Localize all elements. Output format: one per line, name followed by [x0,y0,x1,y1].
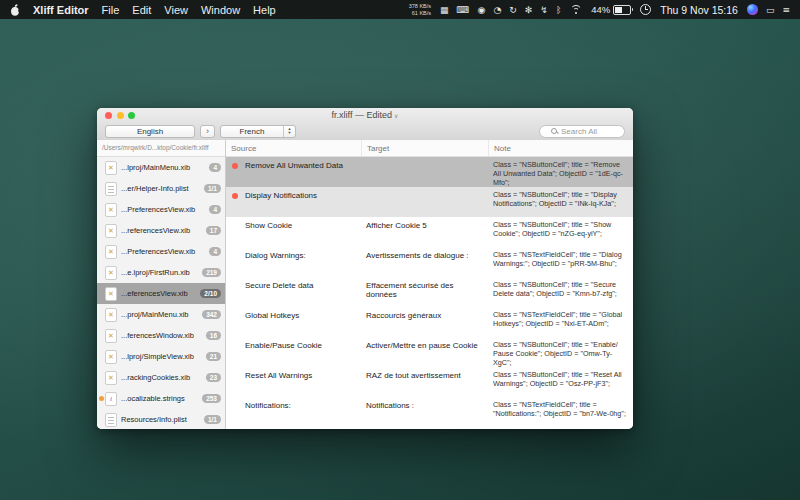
timer-icon[interactable]: ◔ [493,5,501,15]
network-speed-indicator[interactable]: 378 KB/s 61 KB/s [409,3,431,16]
settings-icon[interactable]: ✻ [525,5,533,15]
file-count-badge: 2/10 [200,289,221,298]
zoom-button[interactable] [128,112,135,119]
file-list-item[interactable]: ✕...PreferencesView.xib4 [97,199,225,220]
user-icon[interactable]: ◉ [478,5,486,15]
menu-help[interactable]: Help [253,4,276,16]
file-count-badge: 16 [206,331,221,340]
xib-file-icon: ✕ [105,266,117,280]
wifi-icon[interactable] [570,5,582,14]
untranslated-dot-icon [232,193,238,199]
table-row[interactable]: Notifications:Notifications :Class = "NS… [226,397,633,427]
file-name: Resources/Info.plist [121,415,200,424]
target-cell[interactable]: Notifications : [361,397,488,410]
search-field[interactable] [539,125,625,138]
file-list-item[interactable]: ✕...lproj/MainMenu.xib4 [97,157,225,178]
table-row[interactable]: Global HotkeysRaccourcis générauxClass =… [226,307,633,337]
table-row[interactable]: Reset All WarningsRAZ de tout avertissem… [226,367,633,397]
file-list-item[interactable]: ✕...lproj/SimpleView.xib21 [97,346,225,367]
note-text: Class = "NSTextFieldCell"; title = "Glob… [488,307,633,329]
note-text: Class = "NSButtonCell"; title = "Reset A… [488,367,633,389]
target-cell[interactable]: RAZ de tout avertissement [361,367,488,380]
source-cell: Global Hotkeys [226,307,361,320]
target-cell[interactable]: Avertissements de dialogue : [361,247,488,260]
notification-center-icon[interactable]: ≡ [782,5,790,15]
menu-file[interactable]: File [102,4,120,16]
table-row[interactable]: Display NotificationsClass = "NSButtonCe… [226,187,633,217]
column-header-source[interactable]: Source [226,140,361,156]
file-count-badge: 17 [206,226,221,235]
popup-stepper-icon: ▲▼ [283,126,295,137]
file-list-item[interactable]: Resources/Info.plist1/1 [97,409,225,429]
forward-button[interactable]: › [200,125,215,138]
search-input[interactable] [561,127,613,136]
table-row[interactable]: Secure Delete dataEffacement sécurisé de… [226,277,633,307]
app-menu-title[interactable]: Xliff Editor [33,4,89,16]
target-cell[interactable]: Raccourcis généraux [361,307,488,320]
close-button[interactable] [105,112,112,119]
table-row[interactable]: Remove All Unwanted DataClass = "NSButto… [226,157,633,187]
menu-bar: Xliff Editor FileEditViewWindowHelp 378 … [0,0,800,19]
siri-icon[interactable] [747,4,758,15]
source-text: Dialog Warnings: [245,251,306,260]
file-list-item[interactable]: ✕...proj/MainMenu.xib342 [97,304,225,325]
clock-icon[interactable] [640,4,651,15]
file-list-item[interactable]: ✕...referencesView.xib17 [97,220,225,241]
dot-spacer [232,281,241,290]
file-name: ...er/Helper-Info.plist [121,184,200,193]
file-list-item[interactable]: ✕...ferencesWindow.xib16 [97,325,225,346]
menu-edit[interactable]: Edit [132,4,151,16]
menu-items-container: FileEditViewWindowHelp [102,4,276,16]
source-cell: Secure Delete data [226,277,361,290]
search-icon [551,128,558,135]
column-header-target[interactable]: Target [361,140,488,156]
table-row[interactable]: Enable/Pause CookieActiver/Mettre en pau… [226,337,633,367]
proxy-chevron-icon[interactable]: ∨ [394,113,398,119]
window-titlebar[interactable]: fr.xliff — Edited∨ English › French ▲▼ [97,108,633,141]
xib-file-icon: ✕ [105,224,117,238]
file-count-badge: 253 [202,394,221,403]
target-cell[interactable] [361,187,488,191]
menu-window[interactable]: Window [201,4,240,16]
file-name: ...lproj/SimpleView.xib [121,352,202,361]
note-text: Class = "NSButtonCell"; title = "Enable/… [488,337,633,367]
file-list-item[interactable]: ✕...eferencesView.xib2/10 [97,283,225,304]
keyboard-icon[interactable]: ⌨ [457,5,470,15]
apple-menu-icon[interactable] [10,4,20,16]
file-list-item[interactable]: ...er/Helper-Info.plist1/1 [97,178,225,199]
file-count-badge: 342 [202,310,221,319]
source-language-button[interactable]: English [105,125,195,138]
window-content: /Users/mrqwirk/D...ktop/Cookie/fr.xliff … [97,140,633,429]
target-cell[interactable]: Activer/Mettre en pause Cookie [361,337,488,350]
battery-indicator[interactable]: 44% [591,4,631,15]
menu-view[interactable]: View [164,4,188,16]
dot-spacer [232,221,241,230]
bluetooth-icon[interactable]: ᛒ [556,5,561,15]
sync-icon[interactable]: ↻ [509,5,517,15]
source-text: Enable/Pause Cookie [245,341,322,350]
stats-icon[interactable]: ▦ [440,5,449,15]
dot-spacer [232,341,241,350]
file-list-item[interactable]: ✕...PreferencesView.xib4 [97,241,225,262]
net-down-text: 61 KB/s [412,10,431,17]
target-language-popup[interactable]: French ▲▼ [220,125,296,138]
note-text: Class = "NSButtonCell"; title = "Remove … [488,157,633,187]
table-row[interactable]: Show CookieAfficher Cookie 5Class = "NSB… [226,217,633,247]
power-icon[interactable]: ↯ [540,5,548,15]
file-list-item[interactable]: i...ocalizable.strings253 [97,388,225,409]
target-language-label: French [221,127,283,136]
display-icon[interactable]: ▭ [766,5,775,15]
target-cell[interactable] [361,157,488,161]
target-cell[interactable]: Afficher Cookie 5 [361,217,488,230]
file-list-item[interactable]: ✕...rackingCookies.xib23 [97,367,225,388]
file-name: ...referencesView.xib [121,226,202,235]
menubar-clock[interactable]: Thu 9 Nov 15:16 [660,4,738,16]
target-cell[interactable]: Effacement sécurisé des données [361,277,488,299]
source-text: Show Cookie [245,221,292,230]
file-path: /Users/mrqwirk/D...ktop/Cookie/fr.xliff [97,140,225,157]
file-list-item[interactable]: ✕...e.lproj/FirstRun.xib219 [97,262,225,283]
column-header-note[interactable]: Note [488,140,633,156]
source-text: Remove All Unwanted Data [245,161,343,170]
minimize-button[interactable] [117,112,124,119]
table-row[interactable]: Dialog Warnings:Avertissements de dialog… [226,247,633,277]
